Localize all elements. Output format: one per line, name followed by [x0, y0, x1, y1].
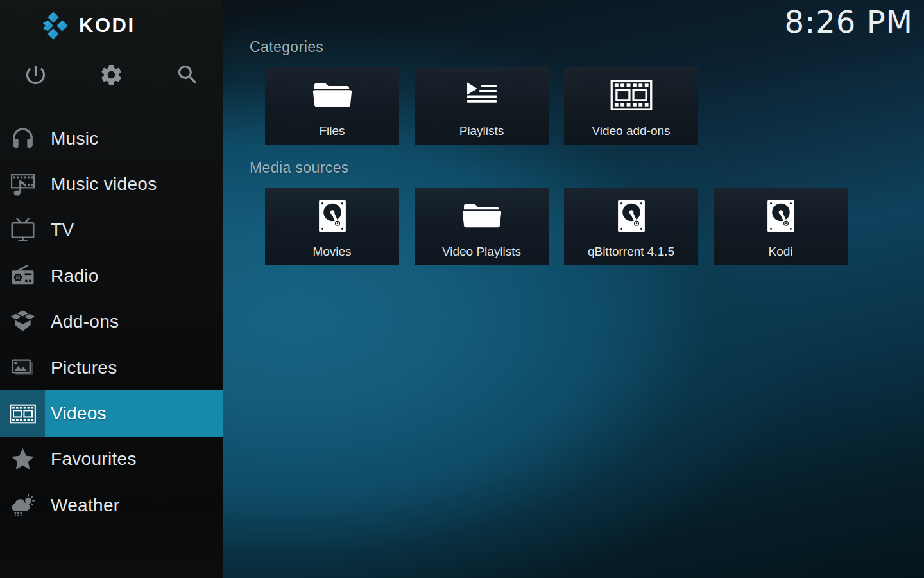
sidebar-item-labelzone: Weather	[45, 482, 223, 528]
tile-row: Files Playlists Video add-ons	[265, 67, 698, 144]
tile-qbittorrent-4-1-5[interactable]: qBittorrent 4.1.5	[564, 188, 698, 265]
sidebar-item-labelzone: Music	[45, 116, 223, 161]
sidebar-item-pictures[interactable]: Pictures	[0, 345, 223, 390]
folder-icon	[415, 188, 549, 243]
section-title-categories: Categories	[250, 39, 323, 56]
sidebar-item-labelzone: TV	[45, 207, 223, 253]
sidebar-item-label: Add-ons	[51, 311, 119, 332]
tile-label: Playlists	[459, 124, 504, 138]
tile-movies[interactable]: Movies	[265, 188, 399, 265]
kodi-logo: KODI	[40, 11, 135, 40]
weather-icon	[0, 482, 45, 528]
tile-label: Kodi	[768, 245, 792, 259]
radio-icon	[0, 253, 45, 299]
star-icon	[0, 437, 45, 482]
search-icon	[175, 62, 200, 89]
music-video-icon	[0, 161, 45, 207]
sidebar-item-labelzone: Radio	[45, 253, 223, 299]
sidebar-item-labelzone: Videos	[45, 390, 223, 436]
tile-label: Video Playlists	[442, 245, 521, 259]
settings-gear-icon	[99, 62, 124, 89]
sidebar-item-music-videos[interactable]: Music videos	[0, 161, 223, 207]
headphones-icon	[0, 116, 45, 161]
pictures-icon	[0, 345, 45, 390]
sidebar-item-radio[interactable]: Radio	[0, 253, 223, 299]
addon-box-icon	[0, 299, 45, 345]
sidebar: KODI Music Music videos TV Radio	[0, 0, 223, 578]
sidebar-item-tv[interactable]: TV	[0, 207, 223, 253]
sidebar-item-music[interactable]: Music	[0, 116, 223, 161]
tile-row: Movies Video Playlists qBittorrent 4.1.5…	[265, 188, 848, 265]
hard-disk-icon	[714, 188, 848, 243]
sidebar-item-labelzone: Add-ons	[45, 299, 223, 345]
sidebar-item-label: Radio	[51, 266, 99, 286]
sidebar-item-labelzone: Pictures	[45, 345, 223, 390]
sidebar-item-label: Videos	[51, 403, 107, 424]
sidebar-item-label: Music	[51, 128, 99, 149]
settings-button[interactable]	[98, 62, 126, 90]
tv-icon	[0, 207, 45, 253]
hard-disk-icon	[265, 188, 399, 243]
sidebar-menu: Music Music videos TV Radio Add-ons	[0, 116, 223, 529]
sidebar-item-label: Music videos	[51, 174, 157, 195]
tile-files[interactable]: Files	[265, 67, 399, 144]
section-title-media-sources: Media sources	[250, 159, 349, 177]
tile-video-add-ons[interactable]: Video add-ons	[564, 67, 698, 144]
tile-label: Movies	[312, 245, 351, 259]
folder-icon	[265, 67, 399, 123]
power-icon	[23, 62, 48, 89]
sidebar-top-icons	[0, 62, 223, 90]
sidebar-item-weather[interactable]: Weather	[0, 482, 223, 528]
tile-label: Video add-ons	[592, 124, 670, 138]
sidebar-item-labelzone: Music videos	[45, 161, 223, 207]
sidebar-item-labelzone: Favourites	[45, 437, 223, 482]
playlist-icon	[415, 67, 549, 123]
tile-video-playlists[interactable]: Video Playlists	[415, 188, 549, 265]
clock: 8:26 PM	[785, 4, 913, 40]
sidebar-item-label: TV	[51, 220, 74, 240]
kodi-logo-icon	[40, 11, 69, 40]
sidebar-item-favourites[interactable]: Favourites	[0, 437, 223, 482]
tile-playlists[interactable]: Playlists	[415, 67, 549, 144]
tile-label: Files	[319, 124, 345, 138]
sidebar-item-label: Pictures	[51, 358, 117, 378]
sidebar-item-videos[interactable]: Videos	[0, 390, 223, 436]
sidebar-item-label: Weather	[51, 495, 119, 516]
search-button[interactable]	[173, 62, 201, 90]
kodi-logo-text: KODI	[79, 14, 135, 37]
kodi-home-screen: Categories Files Playlists Video add-ons…	[0, 0, 924, 578]
sidebar-item-add-ons[interactable]: Add-ons	[0, 299, 223, 345]
tile-label: qBittorrent 4.1.5	[588, 245, 674, 259]
film-strip-icon	[0, 390, 45, 436]
tile-kodi[interactable]: Kodi	[714, 188, 848, 265]
hard-disk-icon	[564, 188, 698, 243]
power-button[interactable]	[21, 62, 49, 90]
main-content: Categories Files Playlists Video add-ons…	[223, 0, 924, 578]
sidebar-item-label: Favourites	[51, 449, 137, 469]
film-strip-icon	[564, 67, 698, 123]
